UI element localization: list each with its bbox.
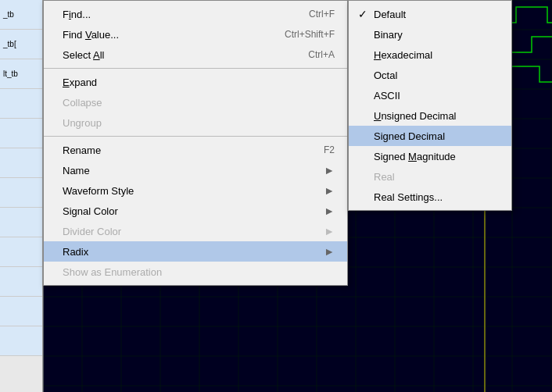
menu-item-waveform-style[interactable]: Waveform Style ► [44, 180, 347, 201]
menu-item-radix[interactable]: Radix ► [44, 241, 347, 262]
menu-item-divider-color: Divider Color ► [44, 221, 347, 241]
menu-item-waveform-style-label: Waveform Style [63, 185, 134, 197]
menu-item-rename-label: Rename [63, 144, 101, 156]
menu-item-find-label: Find... [63, 9, 91, 20]
menu-item-name-arrow: ► [324, 164, 335, 176]
separator-1 [44, 68, 347, 69]
menu-item-select-all-shortcut: Ctrl+A [308, 49, 335, 60]
menu-item-radix-label: Radix [63, 246, 88, 258]
signal-label-5[interactable] [0, 119, 42, 148]
signal-label-8[interactable] [0, 208, 42, 237]
menu-item-show-as-enum: Show as Enumeration [44, 262, 347, 282]
signal-label-2[interactable]: _tb[ [0, 30, 42, 59]
signal-label-1[interactable]: _tb [0, 0, 42, 30]
menu-item-signal-color-arrow: ► [324, 205, 335, 217]
separator-2 [44, 136, 347, 137]
submenu-item-unsigned-decimal-label: Unsigned Decimal [374, 110, 457, 122]
menu-item-select-all[interactable]: Select All Ctrl+A [44, 45, 347, 65]
submenu-item-octal-label: Octal [374, 69, 397, 81]
submenu-item-real: Real [349, 166, 511, 187]
signal-label-11[interactable] [0, 297, 42, 326]
submenu-item-default-check: ✓ [358, 8, 367, 20]
menu-item-rename[interactable]: Rename F2 [44, 140, 347, 160]
submenu-item-ascii-label: ASCII [374, 90, 400, 102]
menu-item-find-shortcut: Ctrl+F [309, 9, 335, 20]
menu-item-find-value[interactable]: Find Value... Ctrl+Shift+F [44, 24, 347, 45]
menu-item-divider-color-arrow: ► [324, 225, 335, 237]
submenu-item-real-settings-label: Real Settings... [374, 191, 443, 203]
menu-item-ungroup: Ungroup [44, 112, 347, 133]
submenu-item-signed-decimal-label: Signed Decimal [374, 130, 445, 142]
submenu-item-signed-magnitude-label: Signed Magnitude [374, 151, 456, 162]
menu-item-collapse-label: Collapse [63, 97, 102, 109]
menu-item-find-value-label: Find Value... [63, 29, 119, 41]
context-menu: Find... Ctrl+F Find Value... Ctrl+Shift+… [43, 0, 348, 286]
menu-item-name[interactable]: Name ► [44, 160, 347, 180]
submenu-item-binary-label: Binary [374, 29, 403, 41]
signal-label-6[interactable] [0, 148, 42, 178]
signal-label-9[interactable] [0, 237, 42, 267]
menu-item-select-all-label: Select All [63, 49, 104, 61]
submenu-item-ascii[interactable]: ASCII [349, 85, 511, 105]
submenu-item-hexadecimal[interactable]: Hexadecimal [349, 45, 511, 65]
submenu-item-default[interactable]: ✓ Default [349, 4, 511, 24]
submenu-item-signed-magnitude[interactable]: Signed Magnitude [349, 146, 511, 166]
menu-item-signal-color-label: Signal Color [63, 205, 118, 217]
submenu-item-real-settings[interactable]: Real Settings... [349, 187, 511, 207]
menu-item-radix-arrow: ► [324, 245, 335, 258]
left-panel: _tb _tb[ lt_tb [0, 0, 43, 392]
radix-submenu: ✓ Default Binary Hexadecimal Octal ASCII… [348, 0, 512, 211]
menu-item-name-label: Name [63, 165, 90, 176]
signal-label-3[interactable]: lt_tb [0, 59, 42, 89]
signal-label-12[interactable] [0, 326, 42, 356]
menu-item-waveform-style-arrow: ► [324, 184, 335, 197]
submenu-item-hexadecimal-label: Hexadecimal [374, 49, 432, 61]
menu-item-collapse: Collapse [44, 92, 347, 112]
menu-item-divider-color-label: Divider Color [63, 226, 121, 237]
submenu-item-signed-decimal[interactable]: Signed Decimal [349, 126, 511, 146]
menu-item-find[interactable]: Find... Ctrl+F [44, 4, 347, 24]
signal-label-10[interactable] [0, 267, 42, 297]
submenu-item-unsigned-decimal[interactable]: Unsigned Decimal [349, 105, 511, 126]
submenu-item-binary[interactable]: Binary [349, 24, 511, 45]
signal-label-7[interactable] [0, 178, 42, 208]
submenu-item-real-label: Real [374, 171, 395, 183]
menu-item-rename-shortcut: F2 [324, 144, 335, 155]
menu-item-show-as-enum-label: Show as Enumeration [63, 266, 162, 278]
submenu-item-octal[interactable]: Octal [349, 65, 511, 85]
submenu-item-default-label: Default [374, 9, 406, 20]
menu-item-signal-color[interactable]: Signal Color ► [44, 201, 347, 221]
menu-item-expand-label: Expand [63, 77, 97, 88]
menu-item-ungroup-label: Ungroup [63, 117, 102, 129]
menu-item-find-value-shortcut: Ctrl+Shift+F [285, 29, 335, 40]
menu-item-expand[interactable]: Expand [44, 72, 347, 92]
signal-label-4[interactable] [0, 89, 42, 119]
